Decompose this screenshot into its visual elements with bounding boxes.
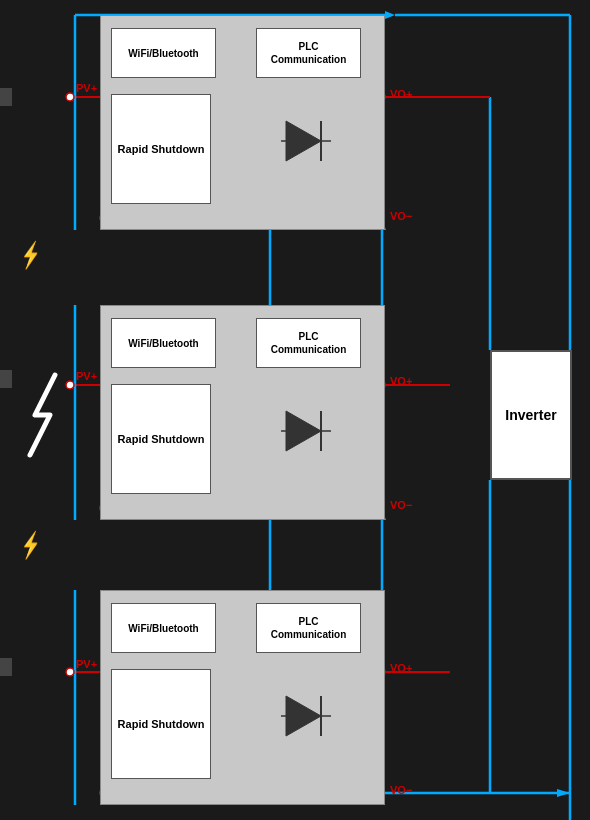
plc-comm-box-2: PLCCommunication bbox=[256, 318, 361, 368]
inverter-box: Inverter bbox=[490, 350, 572, 480]
rapid-shutdown-box-2: Rapid Shutdown bbox=[111, 384, 211, 494]
diagram-container: WiFi/Bluetooth PLCCommunication Rapid Sh… bbox=[0, 0, 590, 820]
wifi-bluetooth-box-1: WiFi/Bluetooth bbox=[111, 28, 216, 78]
svg-point-40 bbox=[66, 381, 74, 389]
pv-plus-label-1: PV+ bbox=[76, 82, 97, 94]
module-1: WiFi/Bluetooth PLCCommunication Rapid Sh… bbox=[100, 15, 385, 230]
left-connector-3 bbox=[0, 658, 12, 676]
diode-1 bbox=[276, 116, 336, 166]
panel-symbol-1: ⚡ bbox=[21, 240, 40, 271]
rapid-shutdown-box-1: Rapid Shutdown bbox=[111, 94, 211, 204]
pv-plus-label-3: PV+ bbox=[76, 658, 97, 670]
panel-symbol-2: ⚡ bbox=[21, 530, 40, 561]
svg-point-41 bbox=[66, 668, 74, 676]
diode-3 bbox=[276, 691, 336, 741]
vo-plus-label-2: VO+ bbox=[390, 375, 412, 387]
vo-minus-label-2: VO− bbox=[390, 499, 412, 511]
wifi-bluetooth-box-2: WiFi/Bluetooth bbox=[111, 318, 216, 368]
module-2: WiFi/Bluetooth PLCCommunication Rapid Sh… bbox=[100, 305, 385, 520]
panel-zigzag bbox=[20, 370, 65, 460]
vo-plus-label-1: VO+ bbox=[390, 88, 412, 100]
wifi-bluetooth-box-3: WiFi/Bluetooth bbox=[111, 603, 216, 653]
svg-marker-3 bbox=[385, 11, 395, 19]
vo-minus-label-1: VO− bbox=[390, 210, 412, 222]
svg-point-39 bbox=[66, 93, 74, 101]
plc-comm-box-3: PLCCommunication bbox=[256, 603, 361, 653]
vo-minus-label-3: VO− bbox=[390, 784, 412, 796]
rapid-shutdown-box-3: Rapid Shutdown bbox=[111, 669, 211, 779]
module-3: WiFi/Bluetooth PLCCommunication Rapid Sh… bbox=[100, 590, 385, 805]
svg-marker-26 bbox=[557, 789, 570, 797]
vo-plus-label-3: VO+ bbox=[390, 662, 412, 674]
left-connector-1 bbox=[0, 88, 12, 106]
left-connector-2 bbox=[0, 370, 12, 388]
plc-comm-box-1: PLCCommunication bbox=[256, 28, 361, 78]
diode-2 bbox=[276, 406, 336, 456]
pv-plus-label-2: PV+ bbox=[76, 370, 97, 382]
